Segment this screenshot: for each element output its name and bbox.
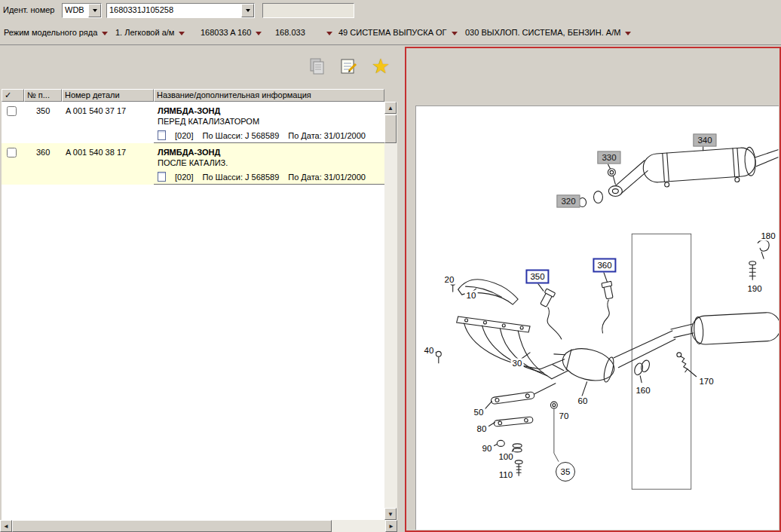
menu-item-model-code[interactable]: 168.033 xyxy=(275,20,332,45)
part-name: ЛЯМБДА-ЗОНД xyxy=(158,148,381,157)
diagram-callout[interactable]: 190 xyxy=(746,284,763,294)
name-cell: ЛЯМБДА-ЗОНД ПЕРЕД КАТАЛИЗАТОРОМ [020] По… xyxy=(154,102,384,143)
ident-bar: Идент. номер WDB 1680331J105258 xyxy=(0,0,781,20)
menu-item-model[interactable]: 168033 A 160 xyxy=(201,20,262,45)
vin-combobox-value: 1680331J105258 xyxy=(107,4,241,17)
diagram-callout[interactable]: 20 xyxy=(443,275,456,285)
diagram-callout[interactable]: 180 xyxy=(759,231,776,241)
parts-list-panel: ★ ✓ № п... Номер детали Название/дополни… xyxy=(0,45,397,532)
chevron-down-icon xyxy=(256,32,262,35)
menu-item-group[interactable]: 49 СИСТЕМА ВЫПУСКА ОГ xyxy=(338,20,458,45)
code-combobox-value: WDB xyxy=(63,4,88,17)
parts-table: ✓ № п... Номер детали Название/дополните… xyxy=(2,89,384,520)
scroll-down-icon[interactable]: ▼ xyxy=(384,508,397,520)
diagram-callout[interactable]: 320 xyxy=(556,195,580,208)
diagram-panel: 340 330 320 180 190 350 360 20 10 40 30 … xyxy=(405,47,781,532)
pos-cell: 360 xyxy=(24,148,62,157)
document-icon[interactable] xyxy=(158,130,166,140)
diagram-callout[interactable]: 50 xyxy=(473,408,485,417)
column-header-part-number[interactable]: Номер детали xyxy=(62,89,154,102)
diagram-canvas: 340 330 320 180 190 350 360 20 10 40 30 … xyxy=(415,105,779,530)
vertical-scrollbar-thumb[interactable] xyxy=(384,115,397,143)
diagram-callout[interactable]: 160 xyxy=(634,386,651,396)
chevron-down-icon xyxy=(179,32,185,35)
diagram-callout[interactable]: 100 xyxy=(497,452,514,462)
diagram-callout[interactable]: 60 xyxy=(577,396,590,406)
scroll-left-icon[interactable]: ◄ xyxy=(0,520,12,532)
diagram-callout[interactable]: 170 xyxy=(697,377,715,387)
diagram-callout[interactable]: 90 xyxy=(481,444,494,454)
diagram-callout-selected[interactable]: 360 xyxy=(593,258,616,273)
menu-item-vehicle-class[interactable]: 1. Легковой а/м xyxy=(115,20,185,45)
diagram-callout[interactable]: 70 xyxy=(558,411,571,421)
diagram-callout[interactable]: 30 xyxy=(511,359,524,368)
parts-table-header: ✓ № п... Номер детали Название/дополните… xyxy=(2,89,384,102)
diagram-callout[interactable]: 330 xyxy=(597,151,620,164)
ident-number-label: Идент. номер xyxy=(3,0,54,20)
horizontal-scrollbar-thumb[interactable] xyxy=(12,520,332,532)
scroll-right-icon[interactable]: ► xyxy=(385,520,397,532)
document-icon[interactable] xyxy=(158,172,166,182)
column-header-name[interactable]: Название/дополнительная информация xyxy=(154,89,384,102)
chevron-down-icon xyxy=(452,32,458,35)
diagram-callout-group[interactable]: 35 xyxy=(556,462,575,482)
part-number-cell: A 001 540 37 17 xyxy=(62,106,154,115)
menu-item-model-range-mode[interactable]: Режим модельного ряда xyxy=(4,20,108,45)
part-code: [020] xyxy=(175,131,193,140)
copy-page-icon[interactable] xyxy=(307,56,328,77)
table-row[interactable]: 350 A 001 540 37 17 ЛЯМБДА-ЗОНД ПЕРЕД КА… xyxy=(2,102,384,143)
parts-toolbar: ★ xyxy=(307,56,391,77)
diagram-callout[interactable]: 40 xyxy=(423,346,436,356)
column-header-check[interactable]: ✓ xyxy=(2,89,24,102)
chevron-down-icon xyxy=(241,4,254,17)
exhaust-diagram-drawing xyxy=(416,106,779,530)
chevron-down-icon xyxy=(625,32,631,35)
part-chassis: По Шасси: J 568589 xyxy=(202,173,279,182)
diagram-callout-selected[interactable]: 350 xyxy=(525,270,549,284)
part-description: ПОСЛЕ КАТАЛИЗ. xyxy=(158,158,381,167)
parts-table-body: 350 A 001 540 37 17 ЛЯМБДА-ЗОНД ПЕРЕД КА… xyxy=(2,102,384,520)
part-code: [020] xyxy=(175,173,193,182)
code-combobox[interactable]: WDB xyxy=(62,3,102,18)
favorites-star-icon[interactable]: ★ xyxy=(370,56,391,77)
horizontal-scrollbar[interactable]: ◄ ► xyxy=(0,520,397,532)
diagram-callout[interactable]: 10 xyxy=(465,291,478,301)
row-checkbox[interactable] xyxy=(7,148,17,159)
row-checkbox-input[interactable] xyxy=(7,148,17,157)
diagram-callout[interactable]: 340 xyxy=(693,134,716,147)
part-date: По Дата: 31/01/2000 xyxy=(288,131,366,140)
chevron-down-icon xyxy=(102,32,108,35)
chevron-down-icon xyxy=(88,4,101,17)
scroll-up-icon[interactable]: ▲ xyxy=(384,102,397,114)
diagram-callout[interactable]: 80 xyxy=(476,424,489,434)
edit-note-icon[interactable] xyxy=(338,56,360,77)
part-detail-line: [020] По Шасси: J 568589 По Дата: 31/01/… xyxy=(158,130,366,140)
menu-item-subgroup[interactable]: 030 ВЫХЛОП. СИСТЕМА, БЕНЗИН. А/М xyxy=(465,20,631,45)
row-checkbox-input[interactable] xyxy=(7,106,17,116)
diagram-callout[interactable]: 110 xyxy=(498,470,514,480)
vertical-scrollbar[interactable]: ▲ ▼ xyxy=(384,102,397,520)
name-cell: ЛЯМБДА-ЗОНД ПОСЛЕ КАТАЛИЗ. [020] По Шасс… xyxy=(154,143,384,185)
vin-combobox[interactable]: 1680331J105258 xyxy=(106,3,255,18)
table-row[interactable]: 360 A 001 540 38 17 ЛЯМБДА-ЗОНД ПОСЛЕ КА… xyxy=(2,143,384,185)
part-date: По Дата: 31/01/2000 xyxy=(288,173,366,182)
row-checkbox[interactable] xyxy=(7,106,17,118)
panel-splitter[interactable] xyxy=(397,45,405,532)
navigation-bar: Режим модельного ряда 1. Легковой а/м 16… xyxy=(0,20,781,45)
part-name: ЛЯМБДА-ЗОНД xyxy=(158,106,381,115)
aux-input[interactable] xyxy=(262,3,354,18)
part-chassis: По Шасси: J 568589 xyxy=(202,131,279,140)
column-header-pos[interactable]: № п... xyxy=(24,89,62,102)
chevron-down-icon xyxy=(326,32,332,35)
part-number-cell: A 001 540 38 17 xyxy=(62,148,154,157)
part-detail-line: [020] По Шасси: J 568589 По Дата: 31/01/… xyxy=(158,172,366,182)
pos-cell: 350 xyxy=(24,106,62,115)
part-description: ПЕРЕД КАТАЛИЗАТОРОМ xyxy=(158,117,381,126)
